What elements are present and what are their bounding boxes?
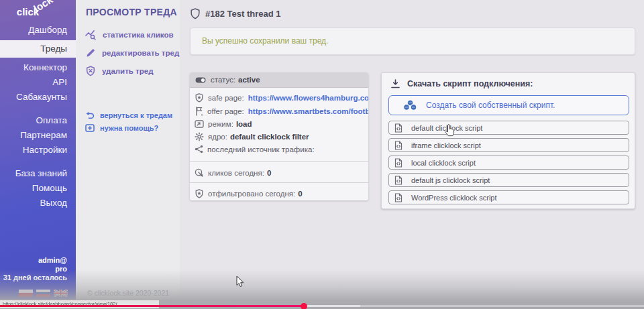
edit-thread-action[interactable]: редактировать тред xyxy=(85,48,179,58)
click-stats-label: статистика кликов xyxy=(103,31,174,39)
file-code-icon xyxy=(394,123,402,133)
thread-view-panel: ПРОСМОТР ТРЕДА статистика кликов редакти… xyxy=(76,0,180,300)
core-row: ядро: default clicklock filter xyxy=(190,130,368,143)
page-title: #182 Test thread 1 xyxy=(205,9,280,19)
shield-star-icon xyxy=(195,93,204,103)
offer-page-label: offer page: xyxy=(207,107,244,115)
need-help-label: нужна помощь? xyxy=(100,124,158,132)
default-js-script-button[interactable]: default js clicklock script xyxy=(388,173,629,187)
delete-shield-icon xyxy=(85,66,96,76)
wordpress-script-label: WordPress clicklock script xyxy=(411,194,497,202)
create-custom-script-label: Создать свой собственный скрипт. xyxy=(426,101,555,110)
wordpress-script-button[interactable]: WordPress clicklock script xyxy=(388,190,629,204)
local-script-button[interactable]: local clicklock script xyxy=(388,156,629,170)
mode-icon xyxy=(195,120,204,128)
edit-icon xyxy=(85,48,96,58)
sidebar-item-threads[interactable]: Треды xyxy=(0,40,76,58)
download-scripts-card: Скачать скрипт подключения: Создать свой… xyxy=(381,72,635,209)
status-header: статус: active xyxy=(190,72,368,88)
thread-status-card: статус: active safe page: https://www.fl… xyxy=(190,72,368,200)
back-to-threads-link[interactable]: вернуться к тредам xyxy=(85,111,172,119)
status-label: статус: xyxy=(211,76,235,84)
sidebar: clicklock Дашборд Треды Коннектор API Са… xyxy=(0,0,76,300)
share-icon xyxy=(195,145,203,153)
click-stats-action[interactable]: статистика кликов xyxy=(85,29,174,40)
filter-shield-icon xyxy=(195,189,204,198)
account-plan: pro xyxy=(3,265,67,273)
core-label: ядро: xyxy=(208,133,227,141)
mode-row: режим: load xyxy=(190,117,368,130)
stats-icon xyxy=(85,29,97,40)
last-traffic-source-label: последний источник трафика: xyxy=(207,145,315,153)
sidebar-item-help[interactable]: Помощь xyxy=(0,181,76,196)
app-window: clicklock Дашборд Треды Коннектор API Са… xyxy=(0,0,644,309)
sidebar-item-partners[interactable]: Партнерам xyxy=(0,128,76,143)
clicks-today-value: 0 xyxy=(267,169,271,177)
progress-played xyxy=(0,305,304,307)
file-code-icon xyxy=(394,158,402,168)
offer-page-link[interactable]: https://www.smartbets.com/football/tea..… xyxy=(248,107,368,115)
panel-title: ПРОСМОТР ТРЕДА xyxy=(86,7,177,17)
create-custom-script-button[interactable]: Создать свой собственный скрипт. xyxy=(388,95,629,115)
file-code-icon xyxy=(394,193,402,202)
filtered-today-row: отфильтровано сегодня: 0 xyxy=(190,187,368,200)
russia-flag-icon[interactable] xyxy=(36,290,50,297)
iframe-script-label: iframe clicklock script xyxy=(411,141,481,149)
status-value: active xyxy=(238,76,260,84)
delete-thread-label: удалить тред xyxy=(102,67,153,75)
cluster-icon xyxy=(402,99,418,111)
edit-thread-label: редактировать тред xyxy=(102,49,179,57)
sidebar-item-connector[interactable]: Коннектор xyxy=(0,60,76,75)
safe-page-link[interactable]: https://www.flowers4hamburg.com/ xyxy=(248,94,368,102)
filtered-today-value: 0 xyxy=(298,190,302,198)
iframe-script-button[interactable]: iframe clicklock script xyxy=(388,138,629,152)
mouse-arrow-cursor xyxy=(236,275,244,288)
account-days-left: 31 дней осталось xyxy=(3,273,67,282)
divider xyxy=(190,161,368,162)
help-box-icon xyxy=(85,124,95,132)
scripts-card-header: Скачать скрипт подключения: xyxy=(391,79,533,88)
local-script-label: local clicklock script xyxy=(411,159,476,167)
sidebar-item-api[interactable]: API xyxy=(0,75,76,90)
need-help-link[interactable]: нужна помощь? xyxy=(85,124,158,132)
safe-page-label: safe page: xyxy=(208,94,244,102)
download-icon xyxy=(391,79,400,88)
progress-scrubber[interactable] xyxy=(301,303,307,309)
delete-thread-action[interactable]: удалить тред xyxy=(85,66,153,76)
scripts-card-title: Скачать скрипт подключения: xyxy=(407,79,533,88)
account-info: admin@ pro 31 дней осталось xyxy=(3,256,67,282)
clicklock-logo: clicklock xyxy=(0,0,76,23)
account-email: admin@ xyxy=(3,256,67,265)
toggle-icon xyxy=(195,77,206,83)
back-to-threads-label: вернуться к тредам xyxy=(100,111,172,119)
sidebar-item-dashboard[interactable]: Дашборд xyxy=(0,23,76,38)
filtered-today-label: отфильтровано сегодня: xyxy=(208,190,295,198)
sidebar-item-knowledge-base[interactable]: База знаний xyxy=(0,166,76,181)
default-js-script-label: default js clicklock script xyxy=(411,176,490,184)
copyright-text: © clicklock.site 2020-2021 xyxy=(87,289,169,297)
offer-page-row: offer page: https://www.smartbets.com/fo… xyxy=(190,105,368,117)
mode-value: load xyxy=(236,120,252,128)
sidebar-item-payment[interactable]: Оплата xyxy=(0,113,76,128)
thread-header: #182 Test thread 1 xyxy=(191,8,280,19)
poland-flag-icon[interactable] xyxy=(19,290,33,297)
file-code-icon xyxy=(394,141,402,150)
video-progress-bar[interactable] xyxy=(0,304,644,309)
default-script-button[interactable]: default clicklock script xyxy=(388,121,629,135)
core-value: default clicklock filter xyxy=(230,133,309,141)
click-icon xyxy=(195,168,204,178)
clicks-today-row: кликов сегодня: 0 xyxy=(190,166,368,179)
language-switcher xyxy=(19,290,68,297)
success-alert: Вы успешно сохранили ваш тред. xyxy=(190,27,635,55)
shield-icon xyxy=(191,8,200,19)
mode-label: режим: xyxy=(208,120,233,128)
sidebar-item-settings[interactable]: Настройки xyxy=(0,143,76,158)
default-script-label: default clicklock script xyxy=(411,124,482,132)
sidebar-item-logout[interactable]: Выход xyxy=(0,196,76,210)
last-traffic-source-row: последний источник трафика: xyxy=(190,143,368,156)
sidebar-item-subaccounts[interactable]: Сабакаунты xyxy=(0,90,76,105)
clicks-today-label: кликов сегодня: xyxy=(208,169,264,177)
uk-flag-icon[interactable] xyxy=(54,290,68,297)
gear-icon xyxy=(195,132,204,141)
undo-icon xyxy=(85,112,95,119)
